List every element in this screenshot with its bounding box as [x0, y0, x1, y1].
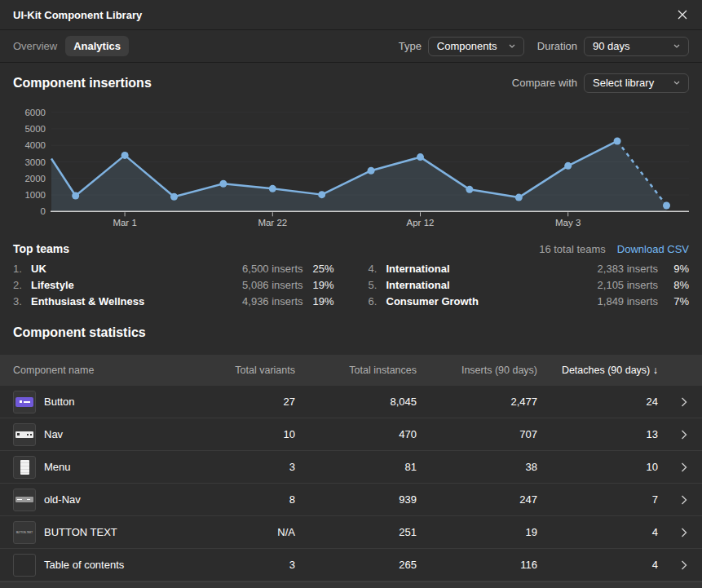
cell-inserts: 247: [417, 493, 537, 506]
compare-with: Compare with Select library: [512, 73, 689, 93]
window-title: UI-Kit Component Library: [13, 9, 142, 21]
tab-overview[interactable]: Overview: [5, 36, 65, 56]
compare-label: Compare with: [512, 77, 577, 89]
svg-text:1000: 1000: [24, 190, 46, 200]
cell-detaches: 7: [537, 493, 658, 506]
tab-analytics[interactable]: Analytics: [65, 36, 129, 56]
chevron-right-icon[interactable]: [658, 495, 689, 505]
statistics-title: Component statistics: [13, 325, 689, 340]
cell-variants: 3: [189, 461, 295, 473]
component-name: Table of contents: [44, 559, 124, 571]
svg-text:6000: 6000: [24, 108, 46, 117]
table-row[interactable]: Table of contents32651164: [0, 549, 702, 581]
component-name: BUTTON TEXT: [44, 526, 117, 538]
team-inserts: 4,936 inserts: [242, 295, 302, 307]
svg-text:May 3: May 3: [555, 218, 581, 228]
cell-detaches: 4: [537, 559, 658, 571]
chevron-right-icon[interactable]: [658, 430, 689, 440]
chevron-right-icon[interactable]: [658, 462, 689, 472]
download-csv-link[interactable]: Download CSV: [617, 243, 689, 255]
col-component-name[interactable]: Component name: [13, 365, 189, 376]
team-inserts: 2,383 inserts: [598, 263, 658, 275]
team-inserts: 2,105 inserts: [598, 279, 658, 291]
team-name: Lifestyle: [31, 279, 242, 291]
table-row[interactable]: Button278,0452,47724: [0, 386, 702, 418]
duration-dropdown[interactable]: 90 days: [584, 37, 689, 56]
cell-instances: 251: [295, 526, 417, 538]
insertions-header: Component insertions Compare with Select…: [0, 63, 702, 92]
svg-text:Mar 1: Mar 1: [113, 218, 136, 228]
col-inserts[interactable]: Inserts (90 days): [417, 365, 537, 376]
team-row: 3.Enthusiast & Wellness4,936 inserts19%: [13, 293, 334, 309]
svg-text:3000: 3000: [24, 157, 46, 167]
old-nav-preview-icon: [13, 489, 36, 511]
cell-variants: 8: [189, 493, 295, 506]
team-inserts: 1,849 inserts: [598, 295, 658, 307]
team-rank: 4.: [369, 263, 386, 275]
team-percent: 19%: [303, 295, 334, 307]
col-total-instances[interactable]: Total instances: [295, 365, 417, 376]
cell-inserts: 19: [417, 526, 537, 538]
cell-instances: 8,045: [295, 396, 417, 408]
cell-inserts: 2,477: [417, 396, 537, 408]
chevron-right-icon[interactable]: [658, 397, 689, 407]
close-icon[interactable]: [676, 8, 689, 21]
compare-dropdown[interactable]: Select library: [584, 73, 689, 93]
table-row[interactable]: Nav1047070713: [0, 418, 702, 451]
cell-variants: N/A: [189, 526, 295, 538]
team-row: 5.International2,105 inserts8%: [369, 276, 690, 293]
team-rank: 6.: [369, 295, 386, 307]
bottom-strip: [0, 581, 702, 588]
insertions-title: Component insertions: [13, 76, 152, 91]
component-name: Menu: [44, 461, 71, 473]
svg-text:2000: 2000: [24, 174, 46, 183]
cell-variants: 10: [189, 428, 295, 440]
cell-variants: 27: [189, 396, 295, 408]
cell-instances: 470: [295, 428, 417, 440]
team-percent: 25%: [303, 263, 334, 275]
chevron-down-icon: [509, 44, 515, 48]
team-percent: 19%: [303, 279, 334, 291]
table-row[interactable]: Menu3813810: [0, 451, 702, 484]
team-percent: 8%: [658, 279, 689, 291]
team-rank: 5.: [369, 279, 386, 291]
component-table: Button278,0452,47724Nav1047070713Menu381…: [0, 386, 702, 581]
team-name: Consumer Growth: [386, 295, 598, 307]
col-detaches[interactable]: Detaches (90 days) ↓: [537, 365, 658, 376]
titlebar: UI-Kit Component Library: [0, 0, 702, 30]
nav-preview-icon: [13, 423, 36, 446]
team-name: UK: [31, 263, 242, 275]
total-teams-label: 16 total teams: [539, 243, 606, 255]
type-label: Type: [399, 40, 422, 52]
cell-detaches: 24: [537, 396, 658, 408]
chevron-down-icon: [673, 81, 680, 85]
cell-instances: 81: [295, 461, 417, 473]
menu-preview-icon: [13, 456, 36, 479]
teams-grid: 1.UK6,500 inserts25%2.Lifestyle5,086 ins…: [13, 260, 689, 309]
svg-text:5000: 5000: [24, 124, 46, 134]
team-rank: 3.: [13, 295, 31, 307]
team-percent: 7%: [658, 295, 689, 307]
chevron-right-icon[interactable]: [658, 528, 689, 537]
cell-variants: 3: [189, 559, 295, 571]
cell-inserts: 707: [417, 428, 537, 440]
type-dropdown[interactable]: Components: [428, 37, 524, 56]
table-row[interactable]: BUTTON-TEXTBUTTON TEXTN/A251194: [0, 516, 702, 549]
type-dropdown-value: Components: [437, 40, 497, 52]
cell-detaches: 10: [537, 461, 658, 473]
team-row: 6.Consumer Growth1,849 inserts7%: [369, 293, 690, 309]
statistics-header: Component statistics: [0, 309, 702, 355]
component-name: Nav: [44, 428, 63, 440]
top-teams-section: Top teams 16 total teams Download CSV 1.…: [0, 241, 702, 309]
team-name: International: [386, 279, 598, 291]
table-row[interactable]: old-Nav89392477: [0, 484, 702, 516]
button-preview-icon: [13, 391, 36, 413]
svg-text:Mar 22: Mar 22: [258, 218, 287, 228]
team-row: 4.International2,383 inserts9%: [369, 260, 690, 276]
col-total-variants[interactable]: Total variants: [189, 365, 295, 376]
team-row: 2.Lifestyle5,086 inserts19%: [13, 276, 334, 293]
team-name: Enthusiast & Wellness: [31, 295, 242, 307]
component-name: Button: [44, 396, 75, 408]
table-header: Component name Total variants Total inst…: [0, 355, 702, 386]
chevron-right-icon[interactable]: [658, 560, 689, 570]
